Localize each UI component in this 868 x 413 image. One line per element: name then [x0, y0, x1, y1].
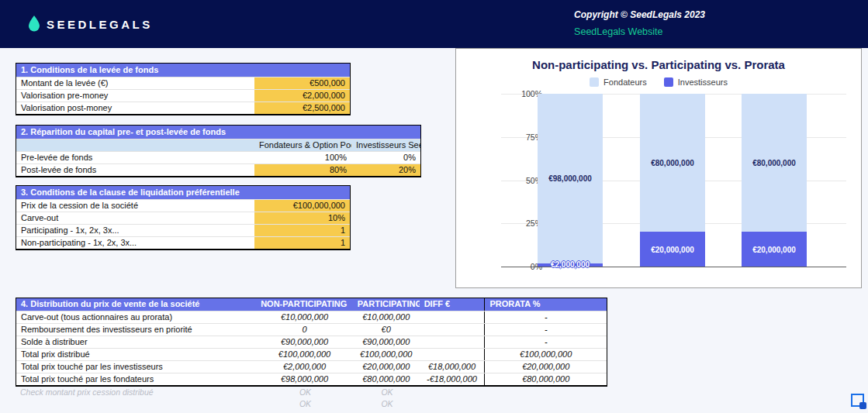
- fondateurs-segment: €98,000,000: [538, 94, 603, 263]
- chart-title: Non-participating vs. Participating vs. …: [456, 58, 861, 71]
- non-participating-multiple-input-cell[interactable]: 1: [254, 237, 350, 249]
- check-label: [16, 398, 257, 410]
- row-label: Pre-levée de fonds: [16, 152, 254, 163]
- screen-capture-selection-icon[interactable]: [851, 394, 864, 407]
- table-row: Non-participating - 1x, 2x, 3x... 1: [16, 236, 350, 249]
- table-liquidation-preferentielle: 3. Conditions de la clause de liquidatio…: [16, 185, 351, 250]
- value-cell: €18,000,000: [420, 361, 485, 373]
- chart-plot-area: 100% 75% 50% 25% 0% €98,000,000 €2,000,0…: [501, 94, 846, 267]
- table-row: Total prix touché par les fondateurs €98…: [16, 373, 607, 385]
- segment-value-label: €98,000,000: [548, 174, 592, 183]
- value-cell: €10,000,000: [353, 311, 420, 323]
- value-cell: €100,000,000: [256, 349, 353, 360]
- value-cell: 0: [256, 324, 353, 336]
- table-row: Valorisation post-money €2,500,000: [16, 102, 350, 114]
- liquidation-comparison-chart: Non-participating vs. Participating vs. …: [455, 48, 862, 288]
- row-label: Montant de la levée (€): [16, 77, 254, 89]
- value-cell: €100,000,000: [353, 349, 420, 360]
- bar-prorata: €80,000,000 €20,000,000: [742, 94, 807, 267]
- value-cell: -: [484, 336, 607, 348]
- valorisation-postmoney-input-cell[interactable]: €2,500,000: [254, 102, 350, 114]
- carve-out-input-cell[interactable]: 10%: [254, 212, 350, 224]
- value-cell: [420, 336, 485, 348]
- investisseurs-segment: €20,000,000: [640, 232, 705, 267]
- copyright-text: Copyright © SeedLegals 2023: [574, 9, 705, 20]
- table-row: Carve-out (tous actionnaires au prorata)…: [16, 311, 607, 323]
- segment-value-label: €80,000,000: [651, 159, 694, 167]
- table-distribution-prix-vente: 4. Distribution du prix de vente de la s…: [16, 298, 607, 387]
- legend-label: Fondateurs: [603, 77, 647, 87]
- legend-label: Investisseurs: [678, 77, 728, 87]
- segment-value-label: €20,000,000: [651, 245, 694, 253]
- fondateurs-segment: €80,000,000: [640, 94, 705, 232]
- col-diff-header: DIFF €: [420, 298, 485, 311]
- table-row: Carve-out 10%: [16, 212, 350, 224]
- check-status: OK: [354, 387, 420, 398]
- table-row: Prix de la cession de la société €100,00…: [16, 199, 350, 212]
- value-cell: €90,000,000: [256, 336, 353, 348]
- table3-title: 3. Conditions de la clause de liquidatio…: [16, 186, 350, 199]
- investisseurs-segment: €20,000,000: [742, 232, 807, 267]
- table-row: Solde à distribuer €90,000,000 €90,000,0…: [16, 336, 607, 348]
- bar-participating: €80,000,000 €20,000,000: [640, 94, 705, 267]
- investisseurs-segment: €2,000,000: [538, 263, 603, 267]
- value-cell: €90,000,000: [353, 336, 420, 348]
- fondateurs-segment: €80,000,000: [742, 94, 807, 232]
- table-row: Pre-levée de fonds 100% 0%: [16, 151, 420, 163]
- row-label: Prix de la cession de la société: [16, 200, 254, 212]
- chart-legend: Fondateurs Investisseurs: [456, 77, 861, 87]
- row-label: Total prix touché par les investisseurs: [16, 361, 256, 373]
- segment-value-label: €2,000,000: [551, 260, 590, 269]
- participating-multiple-input-cell[interactable]: 1: [254, 225, 350, 236]
- prix-cession-input-cell[interactable]: €100,000,000: [254, 200, 350, 212]
- table1-title: 1. Conditions de la levée de fonds: [16, 64, 350, 77]
- segment-value-label: €80,000,000: [752, 159, 796, 167]
- check-status: OK: [354, 398, 420, 410]
- table-row: Remboursement des investisseurs en prior…: [16, 323, 607, 336]
- value-cell: €20,000,000: [484, 361, 607, 373]
- empty-cell: [16, 139, 254, 151]
- table-row: Total prix distribué €100,000,000 €100,0…: [16, 348, 607, 360]
- row-label: Valorisation post-money: [16, 102, 254, 114]
- table-conditions-levee: 1. Conditions de la levée de fonds Monta…: [16, 63, 351, 115]
- check-label: Check montant prix cession distribué: [16, 387, 257, 398]
- table2-subheader-row: Fondateurs & Option Pool Investisseurs S…: [16, 139, 420, 151]
- value-cell: -€18,000,000: [420, 373, 485, 385]
- table-row: Total prix touché par les investisseurs …: [16, 360, 607, 373]
- row-label: Total prix distribué: [16, 349, 256, 360]
- post-levee-investisseurs-cell[interactable]: 20%: [351, 164, 420, 176]
- value-cell: €10,000,000: [256, 311, 353, 323]
- col-prorata-header: PRORATA %: [484, 298, 607, 311]
- value-cell: €0: [353, 324, 420, 336]
- logo-text: SEEDLEGALS: [47, 18, 153, 31]
- value-cell: €20,000,000: [353, 361, 420, 373]
- value-cell: €80,000,000: [484, 373, 607, 385]
- droplet-icon: [28, 15, 40, 33]
- post-levee-fondateurs-cell[interactable]: 80%: [254, 164, 351, 176]
- value-cell: €98,000,000: [256, 373, 353, 385]
- selection-handle-dot: [859, 402, 866, 409]
- check-row: OK OK: [16, 398, 607, 410]
- table-repartition-capital: 2. Réparition du capital pre- et post-le…: [16, 125, 421, 177]
- investisseurs-swatch-icon: [664, 77, 673, 87]
- row-label: Valorisation pre-money: [16, 90, 254, 102]
- row-label: Solde à distribuer: [16, 336, 256, 348]
- value-cell: €100,000,000: [484, 349, 607, 360]
- value-cell: -: [484, 311, 607, 323]
- pre-levee-investisseurs-cell: 0%: [351, 152, 420, 163]
- montant-levee-input-cell[interactable]: €500,000: [254, 77, 350, 89]
- col-fondateurs-header: Fondateurs & Option Pool: [254, 139, 351, 151]
- value-cell: [420, 324, 485, 336]
- row-label: Carve-out (tous actionnaires au prorata): [16, 311, 256, 323]
- check-status: OK: [257, 387, 354, 398]
- pre-levee-fondateurs-cell: 100%: [254, 152, 351, 163]
- table-row: Valorisation pre-money €2,000,000: [16, 89, 350, 102]
- col-investisseurs-header: Investisseurs Seed: [351, 139, 420, 151]
- fondateurs-swatch-icon: [590, 77, 599, 87]
- row-label: Post-levée de fonds: [16, 164, 254, 176]
- valorisation-premoney-input-cell[interactable]: €2,000,000: [254, 90, 350, 102]
- seedlegals-website-link[interactable]: SeedLegals Website: [574, 26, 662, 37]
- row-label: Remboursement des investisseurs en prior…: [16, 324, 256, 336]
- table-row: Participating - 1x, 2x, 3x... 1: [16, 224, 350, 236]
- table4-title: 4. Distribution du prix de vente de la s…: [16, 298, 256, 311]
